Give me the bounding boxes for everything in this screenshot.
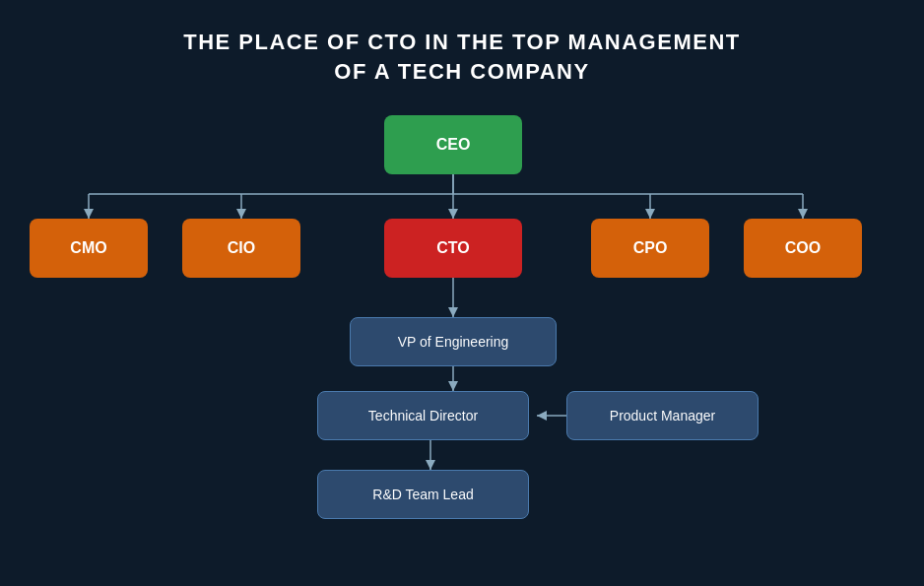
technical-director-node: Technical Director xyxy=(317,391,529,440)
org-chart: CEO CMO CIO CTO CPO COO VP of Engineerin… xyxy=(0,96,924,586)
product-manager-node: Product Manager xyxy=(566,391,759,440)
svg-marker-15 xyxy=(448,381,458,391)
page-title: THE PLACE OF CTO IN THE TOP MANAGEMENT O… xyxy=(183,0,740,86)
svg-marker-11 xyxy=(448,209,458,219)
cto-node: CTO xyxy=(384,219,522,278)
vp-engineering-node: VP of Engineering xyxy=(350,317,557,366)
svg-marker-13 xyxy=(448,307,458,317)
title-line2: OF A TECH COMPANY xyxy=(183,57,740,87)
cmo-node: CMO xyxy=(30,219,148,278)
svg-marker-7 xyxy=(236,209,246,219)
cio-node: CIO xyxy=(182,219,300,278)
ceo-node: CEO xyxy=(384,115,522,174)
svg-marker-8 xyxy=(645,209,655,219)
cpo-node: CPO xyxy=(591,219,709,278)
svg-marker-19 xyxy=(426,460,435,470)
svg-marker-17 xyxy=(537,411,547,421)
coo-node: COO xyxy=(744,219,862,278)
title-line1: THE PLACE OF CTO IN THE TOP MANAGEMENT xyxy=(183,28,740,57)
rd-team-lead-node: R&D Team Lead xyxy=(317,470,529,519)
svg-marker-6 xyxy=(84,209,94,219)
svg-marker-9 xyxy=(798,209,808,219)
